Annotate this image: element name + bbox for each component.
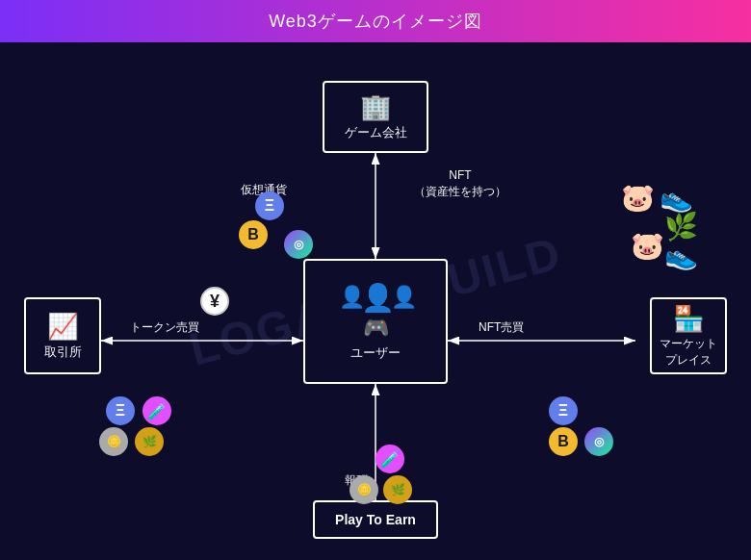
- sol-coin-market: ◎: [584, 427, 613, 456]
- marketplace-label: マーケット プレイス: [660, 336, 717, 369]
- bnb-coin-market: B: [549, 427, 578, 456]
- user-label: ユーザー: [350, 344, 401, 362]
- bnb-coin-top: B: [239, 220, 268, 249]
- silver-coin-exchange: 🪙: [99, 427, 128, 456]
- nft-item-4: 👟: [664, 240, 698, 271]
- store-icon: 🏪: [673, 304, 704, 334]
- nft-item-plant: 🌿: [664, 211, 698, 242]
- page-title: Web3ゲームのイメージ図: [269, 10, 482, 33]
- header-bar: Web3ゲームのイメージ図: [0, 0, 751, 42]
- yen-coin: ¥: [200, 287, 229, 316]
- game-company-box: 🏢 ゲーム会社: [323, 81, 428, 153]
- gold-coin-exchange: 🌿: [135, 427, 164, 456]
- nft-item-2: 👟: [660, 182, 693, 214]
- game-company-label: ゲーム会社: [345, 124, 407, 141]
- nft-item-3: 🐷: [631, 230, 664, 262]
- chart-icon: 📈: [47, 312, 78, 342]
- building-icon: 🏢: [360, 92, 391, 122]
- eth-coin-exchange: Ξ: [106, 396, 135, 425]
- exchange-box: 📈 取引所: [24, 297, 101, 374]
- sol-coin-top: ◎: [284, 230, 313, 259]
- gold-coin-reward: 🌿: [383, 475, 412, 504]
- token-trade-label: トークン売買: [130, 319, 199, 336]
- silver-coin-reward: 🪙: [350, 475, 378, 504]
- play-to-earn-label: Play To Earn: [335, 512, 416, 527]
- marketplace-box: 🏪 マーケット プレイス: [650, 297, 727, 374]
- users-icon-group: 👤👤👤: [339, 282, 413, 314]
- user-box: 👤👤👤 🎮 ユーザー: [303, 259, 448, 384]
- eth-coin-top: Ξ: [255, 191, 284, 220]
- potion-coin-reward: 🧪: [376, 445, 404, 473]
- exchange-label: 取引所: [44, 344, 82, 361]
- play-to-earn-box: Play To Earn: [313, 500, 438, 539]
- gamepad-icon: 🎮: [363, 316, 389, 341]
- nft-trade-label: NFT売買: [479, 319, 524, 336]
- eth-coin-market: Ξ: [549, 396, 578, 425]
- diagram-area: LOGAME GUILD 🏢 ゲーム会社 📈 取引所 🏪 マー: [0, 42, 751, 560]
- nft-item-1: 🐷: [621, 182, 655, 214]
- potion-coin-exchange: 🧪: [142, 396, 171, 425]
- nft-label: NFT（資産性を持つ）: [414, 167, 506, 200]
